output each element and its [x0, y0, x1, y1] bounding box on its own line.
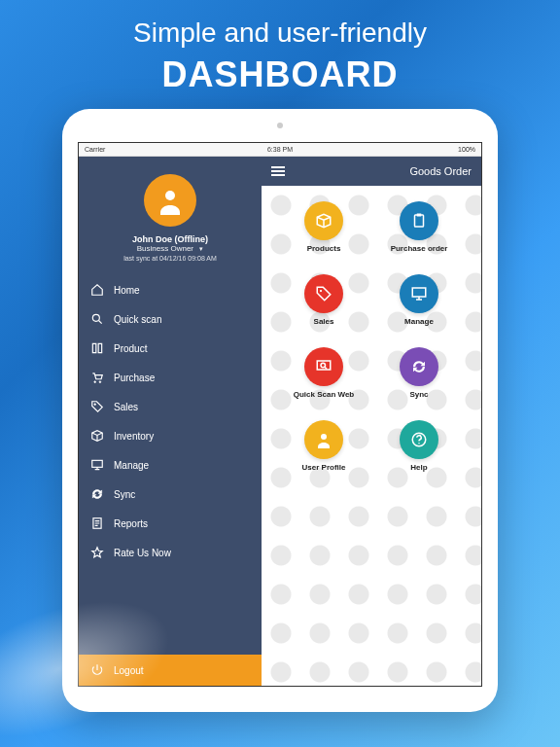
hamburger-icon[interactable] — [271, 166, 285, 176]
sidebar-item-label: Product — [114, 343, 147, 354]
promo-heading-line1: Simple and user-friendly — [0, 0, 560, 54]
svg-point-13 — [321, 434, 327, 440]
sync-icon — [400, 347, 438, 386]
sync-icon — [90, 487, 104, 501]
person-icon — [156, 186, 185, 215]
sidebar-item-label: Rate Us Now — [114, 548, 171, 558]
home-icon — [90, 283, 104, 297]
sidebar-item-label: Inventory — [114, 431, 154, 442]
status-battery: 100% — [458, 146, 475, 153]
sidebar-item-label: Quick scan — [114, 314, 161, 325]
svg-point-15 — [418, 443, 420, 445]
person-icon — [304, 420, 343, 459]
card-manage[interactable]: Manage — [376, 274, 462, 326]
card-label: Sync — [376, 390, 462, 399]
svg-point-0 — [165, 191, 175, 200]
sidebar-item-inventory[interactable]: Inventory — [79, 421, 262, 450]
screen-search-icon — [304, 347, 343, 386]
card-label: Manage — [376, 317, 462, 326]
card-label: User Profile — [281, 463, 367, 472]
star-icon — [90, 546, 104, 559]
sidebar-item-label: Purchase — [114, 373, 155, 383]
cart-icon — [90, 371, 104, 384]
book-icon — [90, 341, 104, 355]
promo-heading-line2: DASHBOARD — [0, 54, 560, 95]
svg-point-2 — [94, 381, 96, 383]
sidebar-menu: HomeQuick scanProductPurchaseSalesInvent… — [79, 269, 262, 655]
svg-point-1 — [92, 314, 99, 321]
main-panel: Goods Order ProductsPurchase orderSalesM… — [262, 157, 481, 686]
sidebar-item-label: Manage — [114, 460, 149, 471]
dashboard-grid: ProductsPurchase orderSalesManageQuick S… — [262, 186, 481, 487]
tag-icon — [304, 274, 343, 313]
profile-last-sync: last sync at 04/12/16 09:08 AM — [79, 255, 262, 262]
status-bar: Carrier 6:38 PM 100% — [79, 143, 481, 157]
sidebar-item-label: Sales — [114, 402, 138, 412]
box-icon — [304, 201, 343, 240]
sidebar-item-sales[interactable]: Sales — [79, 392, 262, 421]
svg-rect-10 — [412, 288, 426, 297]
profile-name: John Doe (Offline) — [79, 234, 262, 244]
profile-block: John Doe (Offline) Business Owner ▾ last… — [79, 157, 262, 269]
svg-rect-7 — [415, 215, 424, 227]
sidebar-item-quick-scan[interactable]: Quick scan — [79, 304, 262, 334]
monitor-icon — [90, 458, 104, 472]
card-label: Products — [281, 244, 367, 253]
sidebar-item-purchase[interactable]: Purchase — [79, 363, 262, 392]
svg-rect-11 — [317, 361, 331, 370]
card-label: Sales — [281, 317, 367, 326]
sidebar-item-home[interactable]: Home — [79, 275, 262, 304]
sidebar-item-product[interactable]: Product — [79, 334, 262, 363]
card-sync[interactable]: Sync — [376, 347, 462, 399]
svg-point-3 — [99, 381, 101, 383]
box-icon — [90, 429, 104, 443]
profile-role-select[interactable]: Business Owner ▾ — [79, 244, 262, 253]
tablet-frame: Carrier 6:38 PM 100% John Doe (Offline) … — [62, 109, 498, 712]
sidebar-item-reports[interactable]: Reports — [79, 509, 262, 538]
tag-icon — [90, 400, 104, 413]
card-user-profile[interactable]: User Profile — [281, 420, 367, 472]
card-label: Purchase order — [376, 244, 462, 253]
status-time: 6:38 PM — [267, 146, 293, 153]
tablet-camera — [277, 123, 283, 128]
status-carrier: Carrier — [85, 146, 105, 153]
svg-rect-5 — [92, 460, 103, 467]
sidebar-item-label: Home — [114, 285, 140, 296]
topbar: Goods Order — [262, 157, 481, 186]
card-label: Quick Scan Web — [281, 390, 367, 399]
topbar-title: Goods Order — [409, 165, 472, 177]
sidebar: John Doe (Offline) Business Owner ▾ last… — [79, 157, 262, 686]
dashboard-grid-wrap: ProductsPurchase orderSalesManageQuick S… — [262, 186, 481, 686]
card-products[interactable]: Products — [281, 201, 367, 253]
card-help[interactable]: Help — [376, 420, 462, 472]
card-sales[interactable]: Sales — [281, 274, 367, 326]
profile-role-label: Business Owner — [137, 244, 193, 253]
monitor-icon — [400, 274, 438, 313]
help-icon — [400, 420, 438, 459]
svg-point-4 — [94, 404, 96, 406]
power-icon — [90, 663, 104, 677]
report-icon — [90, 516, 104, 530]
sidebar-item-sync[interactable]: Sync — [79, 480, 262, 509]
sidebar-item-rate-us-now[interactable]: Rate Us Now — [79, 538, 262, 567]
logout-label: Logout — [114, 665, 144, 676]
card-quick-scan-web[interactable]: Quick Scan Web — [281, 347, 367, 399]
card-label: Help — [376, 463, 462, 472]
sidebar-item-manage[interactable]: Manage — [79, 450, 262, 480]
sidebar-item-label: Sync — [114, 489, 135, 500]
avatar[interactable] — [144, 174, 196, 227]
clipboard-icon — [400, 201, 438, 240]
search-icon — [90, 312, 104, 326]
card-purchase-order[interactable]: Purchase order — [376, 201, 462, 253]
sidebar-item-label: Reports — [114, 518, 148, 529]
chevron-down-icon: ▾ — [199, 245, 203, 252]
svg-rect-8 — [417, 214, 422, 217]
logout-button[interactable]: Logout — [79, 655, 262, 686]
screen: Carrier 6:38 PM 100% John Doe (Offline) … — [78, 142, 482, 687]
svg-point-9 — [320, 290, 322, 292]
